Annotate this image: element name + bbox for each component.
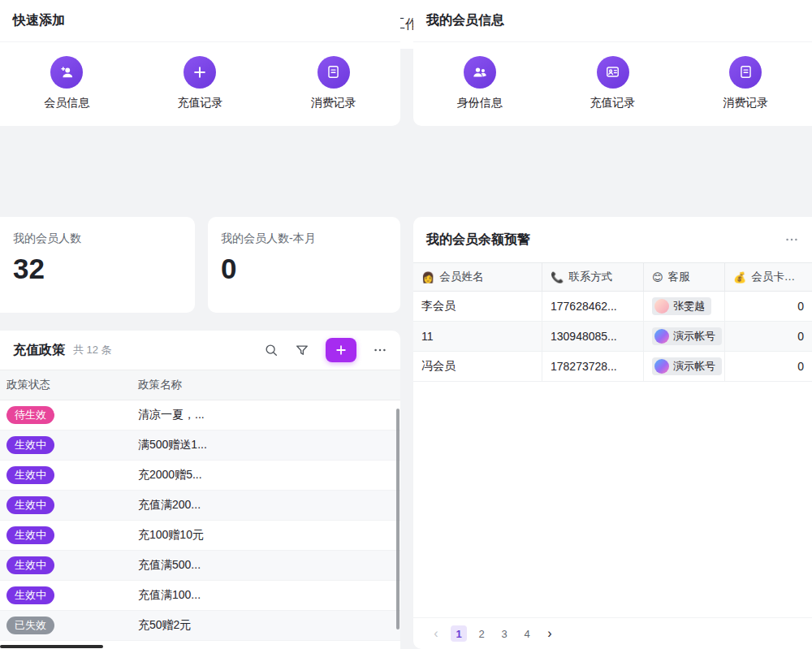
people-icon bbox=[464, 56, 496, 89]
stat-value: 32 bbox=[13, 253, 182, 285]
next-page-button[interactable]: › bbox=[542, 625, 558, 642]
column-header-status[interactable]: 政策状态 bbox=[0, 378, 132, 392]
quick-add-card: 快速添加 会员信息 充值记录 消费记录 bbox=[0, 0, 400, 126]
table-row[interactable]: 李会员 177628462... 张雯越 0 bbox=[413, 292, 812, 322]
balance-alert-header: 我的会员余额预警 bbox=[413, 217, 812, 262]
agent-name: 演示帐号 bbox=[673, 329, 715, 344]
status-badge: 生效中 bbox=[6, 496, 54, 514]
avatar bbox=[654, 329, 669, 344]
column-label: 客服 bbox=[668, 270, 690, 284]
status-badge: 生效中 bbox=[6, 526, 54, 544]
more-icon bbox=[373, 343, 387, 357]
member-name-cell: 李会员 bbox=[413, 292, 542, 321]
table-row[interactable]: 待生效 清凉一夏，... bbox=[0, 400, 400, 431]
phone-emoji-icon: 📞 bbox=[551, 271, 564, 283]
horizontal-scrollbar[interactable] bbox=[0, 645, 103, 648]
agent-pill: 演示帐号 bbox=[652, 357, 722, 375]
column-header-agent[interactable]: 😊 客服 bbox=[644, 263, 725, 291]
column-header-contact[interactable]: 📞 联系方式 bbox=[542, 263, 644, 291]
quick-add-consume-record-button[interactable]: 消费记录 bbox=[267, 56, 400, 110]
member-consume-record-button[interactable]: 消费记录 bbox=[679, 56, 812, 110]
more-icon bbox=[784, 232, 799, 247]
recharge-policy-card: 充值政策 共 12 条 政策状态 政策名称 待生 bbox=[0, 331, 400, 649]
avatar bbox=[654, 299, 669, 314]
quick-add-recharge-record-button[interactable]: 充值记录 bbox=[133, 56, 266, 110]
more-button[interactable] bbox=[784, 232, 799, 247]
recharge-policy-header: 充值政策 共 12 条 bbox=[0, 331, 400, 370]
person-plus-icon bbox=[50, 56, 83, 89]
balance-cell: 0 bbox=[725, 352, 812, 381]
table-row[interactable]: 生效中 充值满200... bbox=[0, 491, 400, 521]
column-label: 会员卡… bbox=[751, 270, 795, 284]
page-button-4[interactable]: 4 bbox=[519, 625, 535, 642]
avatar bbox=[654, 359, 669, 374]
agent-name: 演示帐号 bbox=[673, 359, 715, 374]
member-info-title: 我的会员信息 bbox=[426, 12, 504, 29]
plus-icon bbox=[184, 56, 216, 89]
agent-pill: 演示帐号 bbox=[652, 327, 722, 345]
agent-name: 张雯越 bbox=[673, 299, 705, 314]
filter-button[interactable] bbox=[295, 343, 309, 357]
page-button-2[interactable]: 2 bbox=[473, 625, 490, 642]
table-row[interactable]: 冯会员 178273728... 演示帐号 0 bbox=[413, 352, 812, 382]
table-row[interactable]: 生效中 充值满100... bbox=[0, 581, 400, 611]
quick-add-member-info-button[interactable]: 会员信息 bbox=[0, 56, 133, 110]
member-recharge-record-button[interactable]: 充值记录 bbox=[546, 56, 680, 110]
status-badge: 生效中 bbox=[6, 466, 54, 484]
phone-cell: 177628462... bbox=[542, 292, 644, 321]
person-emoji-icon: 👩 bbox=[421, 271, 434, 283]
action-label: 充值记录 bbox=[590, 96, 636, 110]
quick-add-actions: 会员信息 充值记录 消费记录 bbox=[0, 42, 400, 123]
status-badge: 待生效 bbox=[6, 406, 54, 424]
add-policy-button[interactable] bbox=[326, 338, 356, 362]
table-row[interactable]: 生效中 充值满500... bbox=[0, 551, 400, 581]
action-label: 消费记录 bbox=[723, 96, 768, 110]
quick-add-card-header: 快速添加 bbox=[0, 0, 400, 42]
member-name-cell: 11 bbox=[413, 322, 542, 351]
search-button[interactable] bbox=[264, 343, 279, 357]
member-info-actions: 身份信息 充值记录 消费记录 bbox=[413, 42, 812, 123]
member-info-card-header: 我的会员信息 bbox=[413, 0, 812, 42]
policy-name-cell: 充2000赠5... bbox=[132, 468, 400, 482]
table-row[interactable]: 生效中 充100赠10元 bbox=[0, 521, 400, 551]
policy-name-cell: 充值满100... bbox=[132, 588, 400, 603]
page-button-1[interactable]: 1 bbox=[451, 625, 467, 642]
status-badge: 生效中 bbox=[6, 586, 54, 604]
more-button[interactable] bbox=[373, 343, 387, 357]
balance-cell: 0 bbox=[725, 292, 812, 321]
filter-icon bbox=[295, 343, 309, 357]
column-label: 联系方式 bbox=[568, 270, 612, 284]
table-row[interactable]: 11 130948085... 演示帐号 0 bbox=[413, 322, 812, 352]
id-card-icon bbox=[597, 56, 629, 89]
identity-info-button[interactable]: 身份信息 bbox=[413, 56, 546, 110]
dashboard-page: 客服工作台 快速添加 会员信息 充值记录 bbox=[0, 0, 812, 649]
phone-cell: 130948085... bbox=[542, 322, 644, 351]
vertical-scrollbar[interactable] bbox=[396, 409, 400, 630]
balance-alert-card: 我的会员余额预警 👩 会员姓名 📞 联系方式 😊 客服 bbox=[413, 217, 812, 649]
moneybag-emoji-icon: 💰 bbox=[733, 271, 746, 283]
page-button-3[interactable]: 3 bbox=[496, 625, 512, 642]
stat-label: 我的会员人数 bbox=[13, 231, 182, 246]
policy-name-cell: 充值满500... bbox=[132, 558, 400, 573]
status-badge: 生效中 bbox=[6, 436, 54, 454]
policy-name-cell: 充50赠2元 bbox=[132, 618, 400, 633]
prev-page-button[interactable]: ‹ bbox=[428, 625, 444, 642]
plus-icon bbox=[335, 344, 348, 357]
receipt-icon bbox=[317, 56, 350, 89]
pagination: ‹ 1 2 3 4 › bbox=[428, 623, 558, 644]
policy-toolbar bbox=[264, 338, 387, 362]
action-label: 会员信息 bbox=[44, 96, 89, 110]
table-row[interactable]: 生效中 满500赠送1... bbox=[0, 431, 400, 461]
policy-table-header: 政策状态 政策名称 bbox=[0, 370, 400, 400]
stat-card-member-count-month: 我的会员人数-本月 0 bbox=[208, 217, 400, 313]
stat-value: 0 bbox=[221, 253, 387, 285]
member-info-card: 我的会员信息 身份信息 充值记录 消费记录 bbox=[413, 0, 812, 126]
column-header-member-name[interactable]: 👩 会员姓名 bbox=[413, 263, 542, 291]
action-label: 充值记录 bbox=[177, 96, 222, 110]
quick-add-title: 快速添加 bbox=[13, 12, 65, 29]
column-header-card-balance[interactable]: 💰 会员卡… bbox=[725, 263, 812, 291]
table-row[interactable]: 生效中 充2000赠5... bbox=[0, 461, 400, 491]
table-row[interactable]: 已失效 充50赠2元 bbox=[0, 611, 400, 641]
column-header-name[interactable]: 政策名称 bbox=[132, 378, 400, 392]
agent-cell: 张雯越 bbox=[644, 292, 725, 321]
